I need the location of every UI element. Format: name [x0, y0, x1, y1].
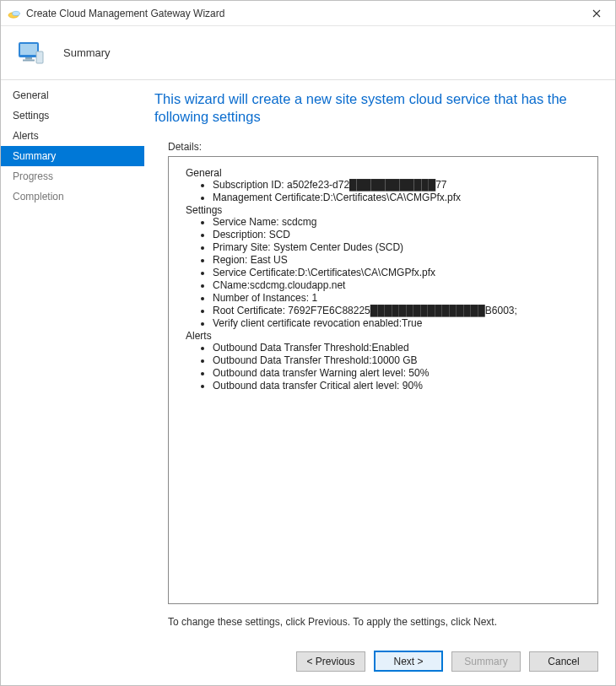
hint-text: To change these settings, click Previous…	[168, 616, 598, 628]
summary-button: Summary	[451, 651, 521, 672]
content-area: This wizard will create a new site syste…	[144, 80, 615, 636]
nav-summary[interactable]: Summary	[1, 146, 144, 166]
svg-point-1	[13, 11, 20, 15]
detail-item: Number of Instances: 1	[213, 292, 589, 305]
detail-item: Verify client certificate revocation ena…	[213, 317, 589, 330]
detail-item: CName:scdcmg.cloudapp.net	[213, 279, 589, 292]
nav-alerts[interactable]: Alerts	[1, 126, 144, 146]
headline: This wizard will create a new site syste…	[149, 90, 598, 126]
nav-settings[interactable]: Settings	[1, 105, 144, 126]
section-settings-list: Service Name: scdcmg Description: SCD Pr…	[213, 216, 589, 330]
wizard-header: Summary	[1, 26, 615, 80]
cloud-icon	[8, 7, 21, 20]
detail-item: Subscription ID: a502fe23-d72███████████…	[213, 179, 589, 192]
svg-rect-4	[25, 57, 32, 60]
section-alerts-title: Alerts	[186, 330, 589, 342]
body: General Settings Alerts Summary Progress…	[1, 80, 615, 636]
cancel-button[interactable]: Cancel	[529, 651, 598, 672]
window-title: Create Cloud Management Gateway Wizard	[26, 8, 224, 19]
page-title: Summary	[63, 46, 111, 59]
footer: < Previous Next > Summary Cancel	[1, 636, 615, 685]
details-box: General Subscription ID: a502fe23-d72███…	[168, 156, 598, 604]
detail-item: Root Certificate: 7692F7E6C88225████████…	[213, 305, 589, 317]
section-general-title: General	[186, 167, 589, 179]
titlebar: Create Cloud Management Gateway Wizard	[1, 1, 615, 26]
section-alerts-list: Outbound Data Transfer Threshold:Enabled…	[213, 342, 589, 392]
section-settings-title: Settings	[186, 204, 589, 216]
svg-rect-3	[20, 44, 37, 55]
detail-item: Outbound Data Transfer Threshold:10000 G…	[213, 354, 589, 367]
wizard-window: Create Cloud Management Gateway Wizard S…	[0, 0, 616, 686]
detail-item: Outbound data transfer Warning alert lev…	[213, 367, 589, 380]
svg-rect-5	[23, 59, 35, 61]
nav-progress[interactable]: Progress	[1, 166, 144, 186]
detail-item: Region: East US	[213, 254, 589, 267]
svg-rect-6	[36, 51, 43, 63]
section-general-list: Subscription ID: a502fe23-d72███████████…	[213, 179, 589, 204]
step-nav: General Settings Alerts Summary Progress…	[1, 80, 144, 636]
details-label: Details:	[149, 141, 598, 153]
detail-item: Description: SCD	[213, 229, 589, 241]
detail-item: Outbound Data Transfer Threshold:Enabled	[213, 342, 589, 354]
next-button[interactable]: Next >	[374, 651, 443, 672]
previous-button[interactable]: < Previous	[296, 651, 365, 672]
detail-item: Primary Site: System Center Dudes (SCD)	[213, 241, 589, 254]
nav-completion[interactable]: Completion	[1, 186, 144, 207]
detail-item: Outbound data transfer Critical alert le…	[213, 380, 589, 392]
close-button[interactable]	[577, 1, 615, 26]
monitor-icon	[16, 38, 46, 68]
nav-general[interactable]: General	[1, 85, 144, 105]
detail-item: Service Certificate:D:\Certificates\CA\C…	[213, 267, 589, 279]
detail-item: Service Name: scdcmg	[213, 216, 589, 229]
detail-item: Management Certificate:D:\Certificates\C…	[213, 192, 589, 204]
